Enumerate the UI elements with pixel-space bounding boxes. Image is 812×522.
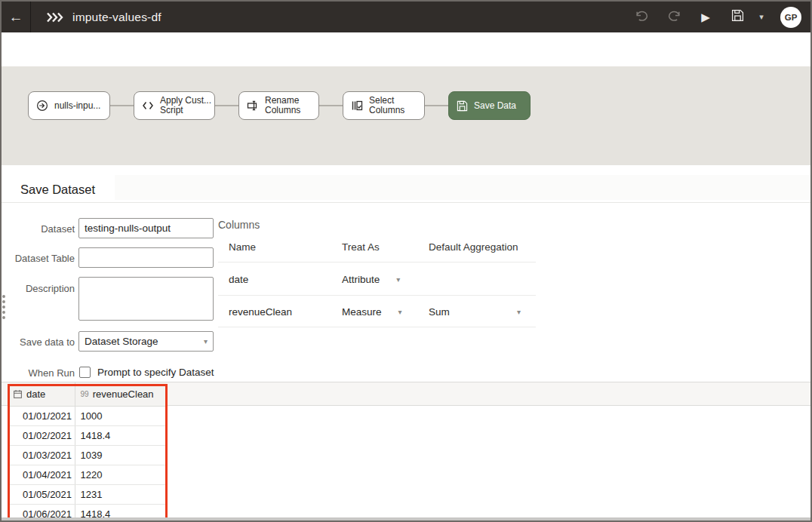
prompt-dataset-option-label: Prompt to specify Dataset [97, 367, 214, 378]
preview-header-date[interactable]: date [9, 382, 75, 406]
flow-node-save-data[interactable]: Save Data [448, 91, 531, 120]
cell-date: 01/01/2021 [9, 406, 75, 425]
save-button[interactable] [721, 2, 753, 32]
code-icon [142, 100, 154, 111]
section-title: Save Dataset [20, 183, 95, 197]
treat-as-value: Measure [342, 306, 382, 318]
save-menu-caret[interactable]: ▾ [753, 2, 770, 32]
top-bar: ← impute-values-df ▶ [2, 2, 810, 32]
description-label: Description [2, 283, 75, 294]
table-row: 01/02/2021 1418.4 [9, 425, 167, 445]
aggregation-value: Sum [429, 306, 450, 318]
treat-as-dropdown-date[interactable]: Attribute ▾ [342, 274, 400, 285]
dataflow-editor-window: ← impute-values-df ▶ [0, 0, 812, 522]
table-row: 01/05/2021 1231 [9, 484, 167, 504]
dataset-label: Dataset [2, 223, 75, 235]
select-columns-icon [351, 100, 363, 112]
cell-revenue: 1231 [75, 484, 167, 504]
chevron-down-icon: ▾ [204, 337, 208, 345]
flow-node-apply-custom-script[interactable]: Apply Cust...Script [134, 91, 215, 120]
play-icon: ▶ [701, 11, 710, 23]
input-circle-arrow-icon [36, 100, 48, 112]
column-header-name: Name [229, 241, 256, 253]
section-divider [2, 202, 810, 203]
back-button[interactable]: ← [2, 2, 31, 32]
flow-node-select-columns[interactable]: SelectColumns [343, 91, 425, 120]
cell-revenue: 1039 [75, 445, 167, 465]
save-data-to-value: Dataset Storage [85, 336, 204, 347]
undo-icon [635, 10, 650, 25]
preview-header-label: date [26, 388, 45, 400]
prompt-dataset-checkbox[interactable] [79, 367, 91, 378]
flow-node-label: RenameColumns [265, 96, 300, 115]
undo-button[interactable] [626, 2, 658, 32]
dataflow-chevrons-icon [46, 12, 63, 23]
column-row-name: date [229, 274, 248, 285]
column-header-default-aggregation: Default Aggregation [429, 241, 518, 253]
table-row: 01/04/2021 1220 [9, 465, 167, 484]
column-row-name: revenueClean [229, 306, 292, 318]
preview-header-label: revenueClean [93, 388, 154, 400]
dataset-name-input[interactable] [78, 218, 214, 238]
cell-date: 01/05/2021 [9, 484, 75, 504]
back-arrow-icon: ← [9, 9, 23, 26]
user-avatar[interactable]: GP [780, 7, 801, 28]
columns-divider [218, 295, 536, 296]
when-run-label: When Run [2, 367, 75, 379]
chevron-down-icon: ▾ [759, 12, 764, 22]
redo-button[interactable] [658, 2, 690, 32]
flow-node-nulls-input[interactable]: nulls-inpu... [28, 91, 110, 120]
flow-node-label: nulls-inpu... [54, 101, 100, 111]
column-header-treat-as: Treat As [342, 241, 380, 253]
data-preview-table: date 99 revenueClean 01/01/2021 1000 01/… [9, 382, 167, 522]
treat-as-dropdown-revenueclean[interactable]: Measure ▾ [342, 306, 402, 318]
aggregation-dropdown-revenueclean[interactable]: Sum ▾ [429, 306, 521, 318]
cell-revenue: 1000 [75, 406, 167, 425]
save-icon [457, 100, 468, 112]
flow-node-label: Apply Cust...Script [160, 96, 211, 115]
flow-connector [319, 105, 343, 106]
chevron-down-icon: ▾ [517, 308, 521, 316]
topbar-actions: ▶ ▾ GP [626, 2, 810, 32]
run-dataflow-button[interactable]: ▶ [690, 2, 721, 32]
flow-node-label: SelectColumns [369, 96, 404, 115]
save-icon [731, 9, 744, 25]
dataflow-canvas: nulls-inpu... Apply Cust...Script Rename… [2, 66, 810, 165]
columns-divider [218, 262, 536, 263]
dataset-table-input[interactable] [78, 247, 214, 268]
cell-revenue: 1418.4 [75, 425, 167, 445]
when-run-control: Prompt to specify Dataset [79, 367, 214, 378]
cell-date: 01/04/2021 [9, 465, 75, 484]
columns-panel-title: Columns [218, 219, 260, 231]
canvas-toolbar: ✓ Show labels 100% ▾ − + [2, 32, 810, 66]
number-99-icon: 99 [81, 390, 89, 398]
save-data-to-select[interactable]: Dataset Storage ▾ [78, 331, 214, 352]
flow-connector [215, 105, 238, 106]
chevron-down-icon: ▾ [398, 308, 402, 316]
flow-node-label: Save Data [474, 101, 516, 111]
page-title: impute-values-df [72, 11, 161, 24]
chevron-down-icon: ▾ [396, 275, 400, 284]
columns-divider [218, 327, 536, 327]
rename-icon [247, 100, 259, 112]
flow-connector [425, 105, 448, 106]
flow-node-rename-columns[interactable]: RenameColumns [238, 91, 319, 120]
flow-connector [110, 105, 134, 106]
table-row: 01/03/2021 1039 [9, 445, 167, 465]
window-bottom-edge [2, 517, 810, 520]
dataset-table-label: Dataset Table [2, 253, 75, 264]
panel-drag-handle[interactable] [2, 295, 5, 319]
calendar-icon [13, 389, 23, 399]
treat-as-value: Attribute [342, 274, 380, 285]
description-textarea[interactable] [78, 277, 214, 321]
preview-header-revenueclean[interactable]: 99 revenueClean [75, 382, 167, 406]
save-data-to-label: Save data to [2, 336, 75, 348]
table-row: 01/01/2021 1000 [9, 406, 167, 425]
redo-icon [666, 10, 681, 25]
cell-date: 01/03/2021 [9, 445, 75, 465]
cell-date: 01/02/2021 [9, 425, 75, 445]
cell-revenue: 1220 [75, 465, 167, 484]
section-header-band [115, 175, 810, 200]
